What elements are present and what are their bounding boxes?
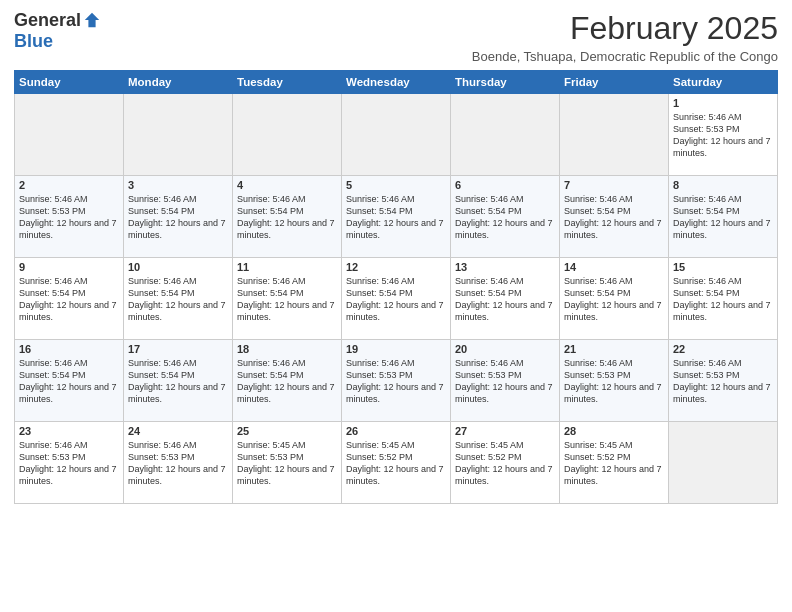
calendar-cell: 14Sunrise: 5:46 AMSunset: 5:54 PMDayligh…: [560, 258, 669, 340]
weekday-header-wednesday: Wednesday: [342, 71, 451, 94]
day-number: 12: [346, 261, 446, 273]
title-area: February 2025 Boende, Tshuapa, Democrati…: [472, 10, 778, 64]
calendar-cell: 11Sunrise: 5:46 AMSunset: 5:54 PMDayligh…: [233, 258, 342, 340]
subtitle: Boende, Tshuapa, Democratic Republic of …: [472, 49, 778, 64]
logo-blue-text: Blue: [14, 31, 53, 52]
day-number: 5: [346, 179, 446, 191]
day-info: Sunrise: 5:46 AMSunset: 5:54 PMDaylight:…: [455, 193, 555, 242]
day-number: 16: [19, 343, 119, 355]
weekday-header-sunday: Sunday: [15, 71, 124, 94]
weekday-header-monday: Monday: [124, 71, 233, 94]
day-number: 19: [346, 343, 446, 355]
logo-icon: [83, 11, 101, 29]
weekday-header-tuesday: Tuesday: [233, 71, 342, 94]
day-number: 9: [19, 261, 119, 273]
calendar-cell: 2Sunrise: 5:46 AMSunset: 5:53 PMDaylight…: [15, 176, 124, 258]
calendar-cell: [124, 94, 233, 176]
calendar-cell: 8Sunrise: 5:46 AMSunset: 5:54 PMDaylight…: [669, 176, 778, 258]
calendar-header-row: SundayMondayTuesdayWednesdayThursdayFrid…: [15, 71, 778, 94]
day-info: Sunrise: 5:45 AMSunset: 5:52 PMDaylight:…: [564, 439, 664, 488]
calendar-cell: 10Sunrise: 5:46 AMSunset: 5:54 PMDayligh…: [124, 258, 233, 340]
calendar-week-4: 16Sunrise: 5:46 AMSunset: 5:54 PMDayligh…: [15, 340, 778, 422]
day-number: 7: [564, 179, 664, 191]
weekday-header-saturday: Saturday: [669, 71, 778, 94]
svg-marker-0: [85, 13, 99, 27]
day-info: Sunrise: 5:46 AMSunset: 5:53 PMDaylight:…: [455, 357, 555, 406]
day-info: Sunrise: 5:45 AMSunset: 5:52 PMDaylight:…: [455, 439, 555, 488]
calendar-cell: 9Sunrise: 5:46 AMSunset: 5:54 PMDaylight…: [15, 258, 124, 340]
day-info: Sunrise: 5:46 AMSunset: 5:53 PMDaylight:…: [564, 357, 664, 406]
day-number: 22: [673, 343, 773, 355]
calendar-cell: 19Sunrise: 5:46 AMSunset: 5:53 PMDayligh…: [342, 340, 451, 422]
day-info: Sunrise: 5:46 AMSunset: 5:53 PMDaylight:…: [673, 111, 773, 160]
calendar-cell: 15Sunrise: 5:46 AMSunset: 5:54 PMDayligh…: [669, 258, 778, 340]
calendar-week-1: 1Sunrise: 5:46 AMSunset: 5:53 PMDaylight…: [15, 94, 778, 176]
calendar-cell: 21Sunrise: 5:46 AMSunset: 5:53 PMDayligh…: [560, 340, 669, 422]
day-number: 13: [455, 261, 555, 273]
day-number: 15: [673, 261, 773, 273]
day-info: Sunrise: 5:46 AMSunset: 5:54 PMDaylight:…: [564, 275, 664, 324]
day-number: 18: [237, 343, 337, 355]
calendar-cell: 23Sunrise: 5:46 AMSunset: 5:53 PMDayligh…: [15, 422, 124, 504]
calendar-cell: 5Sunrise: 5:46 AMSunset: 5:54 PMDaylight…: [342, 176, 451, 258]
month-title: February 2025: [472, 10, 778, 47]
day-info: Sunrise: 5:45 AMSunset: 5:53 PMDaylight:…: [237, 439, 337, 488]
calendar-cell: 20Sunrise: 5:46 AMSunset: 5:53 PMDayligh…: [451, 340, 560, 422]
calendar-cell: 28Sunrise: 5:45 AMSunset: 5:52 PMDayligh…: [560, 422, 669, 504]
day-info: Sunrise: 5:46 AMSunset: 5:53 PMDaylight:…: [673, 357, 773, 406]
day-number: 28: [564, 425, 664, 437]
day-number: 8: [673, 179, 773, 191]
day-number: 2: [19, 179, 119, 191]
day-info: Sunrise: 5:46 AMSunset: 5:53 PMDaylight:…: [19, 193, 119, 242]
day-number: 14: [564, 261, 664, 273]
day-number: 3: [128, 179, 228, 191]
calendar-cell: 7Sunrise: 5:46 AMSunset: 5:54 PMDaylight…: [560, 176, 669, 258]
calendar-cell: 16Sunrise: 5:46 AMSunset: 5:54 PMDayligh…: [15, 340, 124, 422]
calendar-cell: 18Sunrise: 5:46 AMSunset: 5:54 PMDayligh…: [233, 340, 342, 422]
day-number: 10: [128, 261, 228, 273]
day-info: Sunrise: 5:46 AMSunset: 5:54 PMDaylight:…: [673, 193, 773, 242]
weekday-header-friday: Friday: [560, 71, 669, 94]
day-info: Sunrise: 5:46 AMSunset: 5:54 PMDaylight:…: [237, 275, 337, 324]
calendar-cell: 6Sunrise: 5:46 AMSunset: 5:54 PMDaylight…: [451, 176, 560, 258]
calendar-week-5: 23Sunrise: 5:46 AMSunset: 5:53 PMDayligh…: [15, 422, 778, 504]
day-info: Sunrise: 5:46 AMSunset: 5:54 PMDaylight:…: [19, 357, 119, 406]
day-number: 25: [237, 425, 337, 437]
calendar-cell: 24Sunrise: 5:46 AMSunset: 5:53 PMDayligh…: [124, 422, 233, 504]
calendar-cell: 13Sunrise: 5:46 AMSunset: 5:54 PMDayligh…: [451, 258, 560, 340]
day-info: Sunrise: 5:46 AMSunset: 5:54 PMDaylight:…: [346, 275, 446, 324]
calendar-cell: 12Sunrise: 5:46 AMSunset: 5:54 PMDayligh…: [342, 258, 451, 340]
day-info: Sunrise: 5:46 AMSunset: 5:54 PMDaylight:…: [19, 275, 119, 324]
calendar-cell: 25Sunrise: 5:45 AMSunset: 5:53 PMDayligh…: [233, 422, 342, 504]
day-number: 23: [19, 425, 119, 437]
day-number: 4: [237, 179, 337, 191]
day-number: 6: [455, 179, 555, 191]
day-number: 24: [128, 425, 228, 437]
day-number: 21: [564, 343, 664, 355]
calendar-cell: [451, 94, 560, 176]
calendar-table: SundayMondayTuesdayWednesdayThursdayFrid…: [14, 70, 778, 504]
calendar-week-3: 9Sunrise: 5:46 AMSunset: 5:54 PMDaylight…: [15, 258, 778, 340]
day-info: Sunrise: 5:46 AMSunset: 5:54 PMDaylight:…: [564, 193, 664, 242]
day-info: Sunrise: 5:46 AMSunset: 5:53 PMDaylight:…: [19, 439, 119, 488]
day-info: Sunrise: 5:46 AMSunset: 5:54 PMDaylight:…: [237, 357, 337, 406]
day-info: Sunrise: 5:46 AMSunset: 5:54 PMDaylight:…: [237, 193, 337, 242]
calendar-cell: 22Sunrise: 5:46 AMSunset: 5:53 PMDayligh…: [669, 340, 778, 422]
day-info: Sunrise: 5:46 AMSunset: 5:54 PMDaylight:…: [346, 193, 446, 242]
weekday-header-thursday: Thursday: [451, 71, 560, 94]
calendar-cell: [342, 94, 451, 176]
calendar-week-2: 2Sunrise: 5:46 AMSunset: 5:53 PMDaylight…: [15, 176, 778, 258]
calendar-cell: 4Sunrise: 5:46 AMSunset: 5:54 PMDaylight…: [233, 176, 342, 258]
calendar-cell: [233, 94, 342, 176]
day-info: Sunrise: 5:46 AMSunset: 5:54 PMDaylight:…: [455, 275, 555, 324]
logo-general-text: General: [14, 10, 81, 31]
day-number: 27: [455, 425, 555, 437]
day-number: 1: [673, 97, 773, 109]
day-number: 17: [128, 343, 228, 355]
day-info: Sunrise: 5:46 AMSunset: 5:54 PMDaylight:…: [128, 193, 228, 242]
day-number: 26: [346, 425, 446, 437]
day-info: Sunrise: 5:46 AMSunset: 5:54 PMDaylight:…: [128, 357, 228, 406]
calendar-cell: [15, 94, 124, 176]
day-info: Sunrise: 5:46 AMSunset: 5:54 PMDaylight:…: [128, 275, 228, 324]
day-info: Sunrise: 5:45 AMSunset: 5:52 PMDaylight:…: [346, 439, 446, 488]
